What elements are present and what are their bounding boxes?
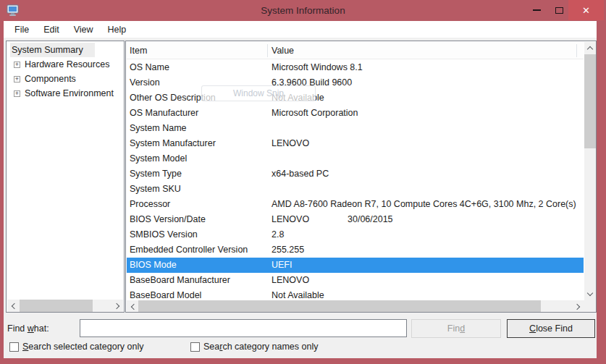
cell-item: System Model bbox=[130, 151, 187, 166]
table-row[interactable]: System Name bbox=[127, 121, 584, 136]
tree-item[interactable]: +Components bbox=[7, 72, 124, 86]
find-button[interactable]: Find bbox=[411, 319, 501, 338]
category-tree-panel: System Summary+Hardware Resources+Compon… bbox=[6, 41, 125, 313]
tree-item[interactable]: +Software Environment bbox=[7, 86, 124, 101]
scroll-right-icon[interactable] bbox=[111, 300, 123, 312]
table-row[interactable]: BaseBoard ManufacturerLENOVO bbox=[127, 273, 584, 288]
window-snip-ghost-tooltip: Window Snip bbox=[201, 85, 316, 101]
close-find-button[interactable]: Close Find bbox=[507, 319, 595, 338]
cell-value: LENOVO bbox=[272, 212, 309, 227]
find-what-label: Find what: bbox=[7, 323, 49, 334]
horizontal-scrollbar-thumb[interactable] bbox=[138, 300, 541, 313]
table-row[interactable]: System ManufacturerLENOVO bbox=[127, 136, 584, 151]
find-what-input[interactable] bbox=[80, 319, 407, 337]
expand-plus-icon[interactable]: + bbox=[14, 62, 20, 68]
table-vertical-scrollbar[interactable] bbox=[584, 42, 596, 300]
vertical-scrollbar-thumb[interactable] bbox=[584, 54, 596, 148]
menu-file[interactable]: File bbox=[7, 22, 36, 37]
tree-item-label: Hardware Resources bbox=[23, 57, 111, 72]
cell-item: Processor bbox=[130, 197, 170, 212]
cell-item: BIOS Version/Date bbox=[130, 212, 206, 227]
cell-value: AMD A8-7600 Radeon R7, 10 Compute Cores … bbox=[272, 197, 576, 212]
cell-value: LENOVO bbox=[272, 136, 309, 151]
column-divider[interactable] bbox=[576, 44, 577, 57]
scroll-down-icon[interactable] bbox=[584, 288, 596, 300]
tree-list: System Summary+Hardware Resources+Compon… bbox=[7, 43, 124, 101]
column-divider[interactable] bbox=[267, 44, 268, 57]
table-body: OS NameMicrosoft Windows 8.1Version6.3.9… bbox=[127, 60, 584, 303]
search-category-names-checkbox[interactable]: Search category names only bbox=[190, 341, 318, 352]
cell-item: SMBIOS Version bbox=[130, 227, 198, 242]
cell-value: UEFI bbox=[272, 258, 292, 273]
table-row[interactable]: OS ManufacturerMicrosoft Corporation bbox=[127, 106, 584, 121]
table-row[interactable]: BIOS Version/DateLENOVO30/06/2015 bbox=[127, 212, 584, 227]
table-row[interactable]: SMBIOS Version2.8 bbox=[127, 227, 584, 242]
cell-item: Version bbox=[130, 75, 160, 90]
table-row[interactable]: Other OS DescriptionNot Available bbox=[127, 90, 584, 106]
table-horizontal-scrollbar[interactable] bbox=[127, 300, 584, 313]
scroll-right-icon[interactable] bbox=[572, 300, 584, 313]
cell-value: LENOVO bbox=[272, 273, 309, 288]
menu-bar: File Edit View Help bbox=[4, 21, 597, 38]
search-selected-category-checkbox[interactable]: Search selected category only bbox=[9, 341, 143, 352]
maximize-icon bbox=[555, 7, 563, 14]
cell-item: OS Name bbox=[130, 60, 169, 75]
table-row[interactable]: ProcessorAMD A8-7600 Radeon R7, 10 Compu… bbox=[127, 197, 584, 212]
cell-value2: 30/06/2015 bbox=[348, 212, 393, 227]
window-border-left bbox=[0, 21, 4, 364]
checkbox-label: Search category names only bbox=[203, 342, 318, 352]
checkbox-label: Search selected category only bbox=[22, 342, 143, 352]
scroll-up-icon[interactable] bbox=[584, 42, 596, 54]
menu-view[interactable]: View bbox=[67, 22, 101, 37]
tree-item[interactable]: +Hardware Resources bbox=[7, 57, 124, 72]
table-row[interactable]: System Typex64-based PC bbox=[127, 166, 584, 182]
checkbox-icon[interactable] bbox=[9, 342, 19, 352]
checkbox-icon[interactable] bbox=[190, 342, 200, 352]
cell-item: System SKU bbox=[130, 182, 181, 197]
table-row[interactable]: System Model bbox=[127, 151, 584, 166]
titlebar: System Information ✕ bbox=[0, 0, 606, 21]
tree-item[interactable]: System Summary bbox=[7, 43, 124, 57]
cell-value: Microsoft Windows 8.1 bbox=[272, 60, 363, 75]
cell-item: BIOS Mode bbox=[130, 258, 177, 273]
info-table-panel: Item Value OS NameMicrosoft Windows 8.1V… bbox=[125, 41, 597, 313]
minimize-icon bbox=[533, 9, 541, 11]
cell-item: System Manufacturer bbox=[130, 136, 216, 151]
cell-item: BaseBoard Manufacturer bbox=[130, 273, 230, 288]
minimize-button[interactable] bbox=[524, 0, 549, 20]
table-row[interactable]: BIOS ModeUEFI bbox=[127, 258, 584, 273]
system-information-window: System Information ✕ File Edit View Help… bbox=[0, 0, 606, 364]
close-button[interactable]: ✕ bbox=[568, 0, 604, 20]
cell-item: Embedded Controller Version bbox=[130, 242, 248, 258]
tree-item-label: Software Environment bbox=[23, 86, 115, 101]
table-row[interactable]: System SKU bbox=[127, 182, 584, 197]
tree-item-label: System Summary bbox=[10, 43, 95, 57]
expand-plus-icon[interactable]: + bbox=[14, 90, 20, 97]
column-header-item[interactable]: Item bbox=[130, 42, 147, 59]
cell-value: 2.8 bbox=[272, 227, 284, 242]
cell-item: OS Manufacturer bbox=[130, 106, 198, 121]
maximize-button[interactable] bbox=[549, 0, 569, 20]
window-border-right bbox=[597, 21, 606, 364]
cell-value: x64-based PC bbox=[272, 166, 329, 182]
scrollbar-corner bbox=[584, 300, 596, 313]
table-row[interactable]: OS NameMicrosoft Windows 8.1 bbox=[127, 60, 584, 75]
menu-edit[interactable]: Edit bbox=[36, 22, 67, 37]
window-title: System Information bbox=[0, 0, 606, 21]
close-icon: ✕ bbox=[582, 5, 590, 16]
table-header: Item Value bbox=[127, 42, 584, 59]
table-row[interactable]: Embedded Controller Version255.255 bbox=[127, 242, 584, 258]
expand-plus-icon[interactable]: + bbox=[14, 76, 20, 82]
cell-value: Microsoft Corporation bbox=[272, 106, 358, 121]
cell-item: System Name bbox=[130, 121, 187, 136]
scroll-left-icon[interactable] bbox=[127, 300, 138, 313]
tree-scrollbar-thumb[interactable] bbox=[20, 300, 93, 312]
column-header-value[interactable]: Value bbox=[272, 42, 294, 59]
scroll-left-icon[interactable] bbox=[7, 300, 19, 312]
menu-help[interactable]: Help bbox=[101, 22, 134, 37]
cell-item: System Type bbox=[130, 166, 182, 182]
window-border-bottom bbox=[0, 358, 606, 364]
cell-value: 255.255 bbox=[272, 242, 304, 258]
tree-horizontal-scrollbar[interactable] bbox=[7, 300, 123, 312]
table-row[interactable]: Version6.3.9600 Build 9600 bbox=[127, 75, 584, 90]
